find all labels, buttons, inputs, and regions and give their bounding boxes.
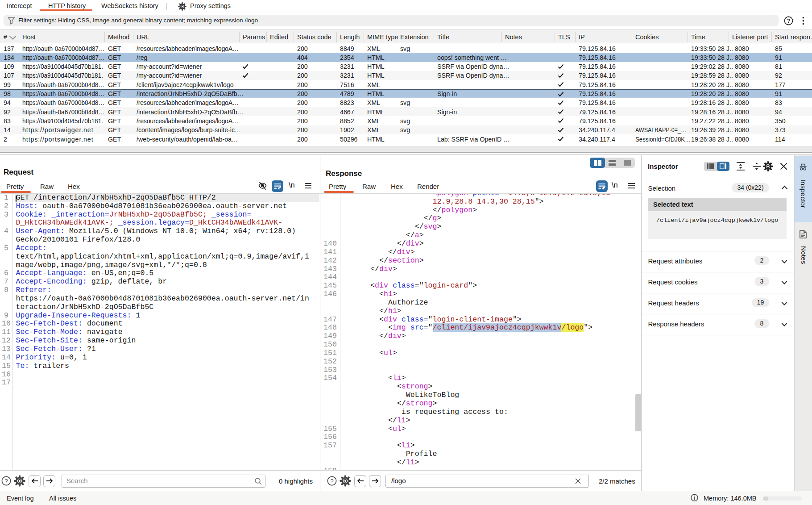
svg-text:?: ? bbox=[4, 478, 8, 484]
svg-text:?: ? bbox=[330, 478, 333, 484]
svg-text:?: ? bbox=[787, 18, 791, 24]
